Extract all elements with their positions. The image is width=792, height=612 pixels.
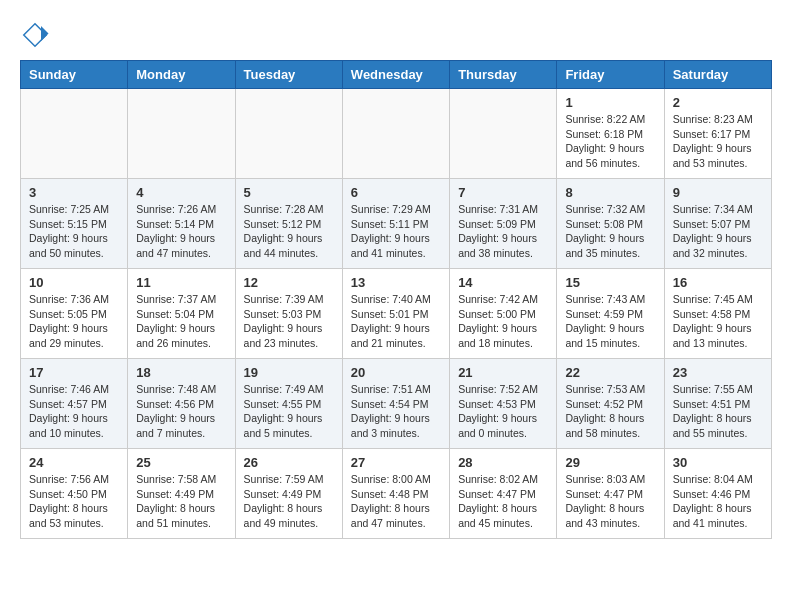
day-info: Sunrise: 7:28 AM Sunset: 5:12 PM Dayligh… [244,202,334,261]
calendar-cell [21,89,128,179]
column-header-sunday: Sunday [21,61,128,89]
day-number: 26 [244,455,334,470]
day-info: Sunrise: 7:36 AM Sunset: 5:05 PM Dayligh… [29,292,119,351]
day-number: 20 [351,365,441,380]
day-info: Sunrise: 7:45 AM Sunset: 4:58 PM Dayligh… [673,292,763,351]
day-number: 29 [565,455,655,470]
day-info: Sunrise: 8:23 AM Sunset: 6:17 PM Dayligh… [673,112,763,171]
day-number: 7 [458,185,548,200]
page-header [20,20,772,50]
logo-icon [20,20,50,50]
day-info: Sunrise: 8:02 AM Sunset: 4:47 PM Dayligh… [458,472,548,531]
day-info: Sunrise: 7:26 AM Sunset: 5:14 PM Dayligh… [136,202,226,261]
day-number: 2 [673,95,763,110]
day-number: 19 [244,365,334,380]
day-number: 22 [565,365,655,380]
calendar-cell: 22Sunrise: 7:53 AM Sunset: 4:52 PM Dayli… [557,359,664,449]
calendar-cell: 14Sunrise: 7:42 AM Sunset: 5:00 PM Dayli… [450,269,557,359]
day-number: 5 [244,185,334,200]
column-header-wednesday: Wednesday [342,61,449,89]
day-info: Sunrise: 7:56 AM Sunset: 4:50 PM Dayligh… [29,472,119,531]
column-header-saturday: Saturday [664,61,771,89]
column-header-friday: Friday [557,61,664,89]
calendar-cell: 17Sunrise: 7:46 AM Sunset: 4:57 PM Dayli… [21,359,128,449]
day-info: Sunrise: 7:37 AM Sunset: 5:04 PM Dayligh… [136,292,226,351]
day-info: Sunrise: 7:31 AM Sunset: 5:09 PM Dayligh… [458,202,548,261]
day-number: 24 [29,455,119,470]
day-info: Sunrise: 8:22 AM Sunset: 6:18 PM Dayligh… [565,112,655,171]
calendar-cell: 7Sunrise: 7:31 AM Sunset: 5:09 PM Daylig… [450,179,557,269]
day-info: Sunrise: 7:55 AM Sunset: 4:51 PM Dayligh… [673,382,763,441]
day-info: Sunrise: 7:39 AM Sunset: 5:03 PM Dayligh… [244,292,334,351]
day-info: Sunrise: 7:59 AM Sunset: 4:49 PM Dayligh… [244,472,334,531]
day-number: 14 [458,275,548,290]
day-number: 18 [136,365,226,380]
calendar-cell: 13Sunrise: 7:40 AM Sunset: 5:01 PM Dayli… [342,269,449,359]
day-number: 16 [673,275,763,290]
day-number: 11 [136,275,226,290]
day-info: Sunrise: 7:40 AM Sunset: 5:01 PM Dayligh… [351,292,441,351]
day-info: Sunrise: 8:04 AM Sunset: 4:46 PM Dayligh… [673,472,763,531]
day-info: Sunrise: 7:25 AM Sunset: 5:15 PM Dayligh… [29,202,119,261]
day-info: Sunrise: 7:53 AM Sunset: 4:52 PM Dayligh… [565,382,655,441]
calendar-cell: 20Sunrise: 7:51 AM Sunset: 4:54 PM Dayli… [342,359,449,449]
day-number: 8 [565,185,655,200]
day-number: 28 [458,455,548,470]
day-info: Sunrise: 7:32 AM Sunset: 5:08 PM Dayligh… [565,202,655,261]
calendar-cell: 11Sunrise: 7:37 AM Sunset: 5:04 PM Dayli… [128,269,235,359]
calendar-cell: 25Sunrise: 7:58 AM Sunset: 4:49 PM Dayli… [128,449,235,539]
calendar-cell: 8Sunrise: 7:32 AM Sunset: 5:08 PM Daylig… [557,179,664,269]
day-number: 13 [351,275,441,290]
day-number: 25 [136,455,226,470]
column-header-monday: Monday [128,61,235,89]
day-number: 30 [673,455,763,470]
day-info: Sunrise: 7:48 AM Sunset: 4:56 PM Dayligh… [136,382,226,441]
calendar-cell: 12Sunrise: 7:39 AM Sunset: 5:03 PM Dayli… [235,269,342,359]
day-info: Sunrise: 7:49 AM Sunset: 4:55 PM Dayligh… [244,382,334,441]
calendar-cell: 28Sunrise: 8:02 AM Sunset: 4:47 PM Dayli… [450,449,557,539]
calendar-cell: 23Sunrise: 7:55 AM Sunset: 4:51 PM Dayli… [664,359,771,449]
day-info: Sunrise: 7:58 AM Sunset: 4:49 PM Dayligh… [136,472,226,531]
calendar-cell: 18Sunrise: 7:48 AM Sunset: 4:56 PM Dayli… [128,359,235,449]
day-info: Sunrise: 7:43 AM Sunset: 4:59 PM Dayligh… [565,292,655,351]
day-number: 4 [136,185,226,200]
calendar-cell [128,89,235,179]
day-info: Sunrise: 7:46 AM Sunset: 4:57 PM Dayligh… [29,382,119,441]
calendar-cell: 10Sunrise: 7:36 AM Sunset: 5:05 PM Dayli… [21,269,128,359]
column-header-thursday: Thursday [450,61,557,89]
day-number: 9 [673,185,763,200]
day-number: 15 [565,275,655,290]
calendar-week-row: 24Sunrise: 7:56 AM Sunset: 4:50 PM Dayli… [21,449,772,539]
calendar-cell: 30Sunrise: 8:04 AM Sunset: 4:46 PM Dayli… [664,449,771,539]
calendar-cell [235,89,342,179]
calendar-week-row: 1Sunrise: 8:22 AM Sunset: 6:18 PM Daylig… [21,89,772,179]
calendar-cell [450,89,557,179]
calendar-cell: 1Sunrise: 8:22 AM Sunset: 6:18 PM Daylig… [557,89,664,179]
day-info: Sunrise: 7:34 AM Sunset: 5:07 PM Dayligh… [673,202,763,261]
day-info: Sunrise: 8:00 AM Sunset: 4:48 PM Dayligh… [351,472,441,531]
day-number: 21 [458,365,548,380]
day-info: Sunrise: 8:03 AM Sunset: 4:47 PM Dayligh… [565,472,655,531]
calendar-cell [342,89,449,179]
calendar-cell: 9Sunrise: 7:34 AM Sunset: 5:07 PM Daylig… [664,179,771,269]
day-number: 1 [565,95,655,110]
day-number: 6 [351,185,441,200]
day-number: 3 [29,185,119,200]
calendar-cell: 3Sunrise: 7:25 AM Sunset: 5:15 PM Daylig… [21,179,128,269]
calendar-week-row: 10Sunrise: 7:36 AM Sunset: 5:05 PM Dayli… [21,269,772,359]
logo [20,20,54,50]
calendar-cell: 19Sunrise: 7:49 AM Sunset: 4:55 PM Dayli… [235,359,342,449]
calendar-cell: 16Sunrise: 7:45 AM Sunset: 4:58 PM Dayli… [664,269,771,359]
calendar-header-row: SundayMondayTuesdayWednesdayThursdayFrid… [21,61,772,89]
calendar-cell: 2Sunrise: 8:23 AM Sunset: 6:17 PM Daylig… [664,89,771,179]
day-info: Sunrise: 7:52 AM Sunset: 4:53 PM Dayligh… [458,382,548,441]
calendar-cell: 15Sunrise: 7:43 AM Sunset: 4:59 PM Dayli… [557,269,664,359]
column-header-tuesday: Tuesday [235,61,342,89]
day-number: 27 [351,455,441,470]
day-number: 12 [244,275,334,290]
calendar-week-row: 3Sunrise: 7:25 AM Sunset: 5:15 PM Daylig… [21,179,772,269]
calendar-cell: 29Sunrise: 8:03 AM Sunset: 4:47 PM Dayli… [557,449,664,539]
day-number: 17 [29,365,119,380]
calendar-cell: 21Sunrise: 7:52 AM Sunset: 4:53 PM Dayli… [450,359,557,449]
calendar-week-row: 17Sunrise: 7:46 AM Sunset: 4:57 PM Dayli… [21,359,772,449]
